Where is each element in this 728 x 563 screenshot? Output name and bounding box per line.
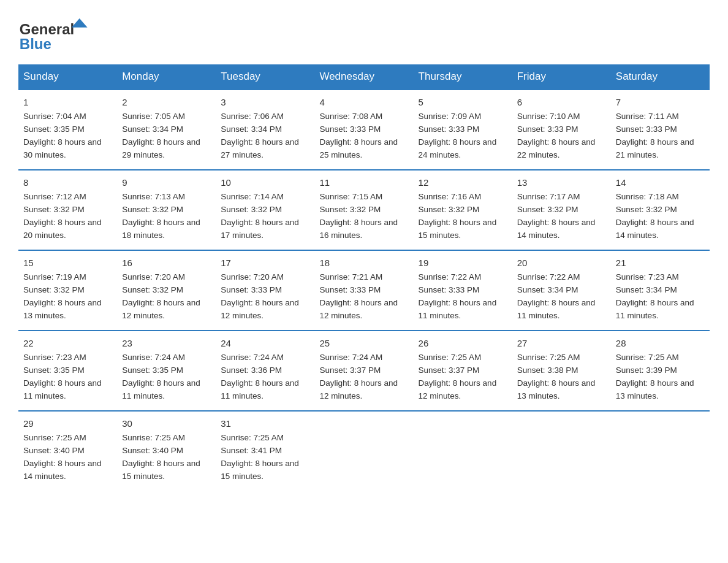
sunset-info: Sunset: 3:37 PM [319,366,381,375]
week-row-2: 8Sunrise: 7:12 AMSunset: 3:32 PMDaylight… [18,170,710,250]
header-thursday: Thursday [414,64,512,90]
sunset-info: Sunset: 3:34 PM [517,285,578,294]
daylight-info: Daylight: 8 hours and 13 minutes. [616,378,694,400]
sunset-info: Sunset: 3:32 PM [23,205,85,214]
daylight-info: Daylight: 8 hours and 12 minutes. [221,298,299,320]
daylight-info: Daylight: 8 hours and 14 minutes. [517,218,596,240]
sunset-info: Sunset: 3:33 PM [419,285,480,294]
sunrise-info: Sunrise: 7:15 AM [319,192,382,201]
daylight-info: Daylight: 8 hours and 24 minutes. [419,137,497,159]
sunset-info: Sunset: 3:35 PM [23,366,85,375]
sunset-info: Sunset: 3:39 PM [616,366,677,375]
sunset-info: Sunset: 3:35 PM [23,124,85,134]
sunset-info: Sunset: 3:41 PM [221,446,282,455]
daylight-info: Daylight: 8 hours and 13 minutes. [517,378,596,400]
daylight-info: Daylight: 8 hours and 21 minutes. [616,137,694,159]
day-number: 7 [616,95,705,109]
calendar-cell: 31Sunrise: 7:25 AMSunset: 3:41 PMDayligh… [216,411,314,491]
sunset-info: Sunset: 3:32 PM [419,205,480,214]
sunset-info: Sunset: 3:33 PM [221,285,282,294]
daylight-info: Daylight: 8 hours and 12 minutes. [419,378,497,400]
sunset-info: Sunset: 3:32 PM [122,285,183,294]
page-header: General Blue [18,12,710,52]
day-number: 14 [616,175,705,190]
sunset-info: Sunset: 3:33 PM [517,124,578,134]
sunrise-info: Sunrise: 7:17 AM [517,192,580,201]
daylight-info: Daylight: 8 hours and 11 minutes. [221,378,299,400]
day-number: 9 [122,175,211,190]
day-number: 1 [23,95,112,109]
calendar-header-row: SundayMondayTuesdayWednesdayThursdayFrid… [18,64,710,90]
calendar-cell [611,411,710,491]
daylight-info: Daylight: 8 hours and 12 minutes. [319,378,398,400]
daylight-info: Daylight: 8 hours and 16 minutes. [319,218,398,240]
day-number: 23 [122,336,211,350]
calendar-cell: 15Sunrise: 7:19 AMSunset: 3:32 PMDayligh… [18,250,117,331]
day-number: 26 [419,336,507,350]
sunrise-info: Sunrise: 7:10 AM [517,112,580,121]
day-number: 21 [616,256,705,270]
daylight-info: Daylight: 8 hours and 15 minutes. [221,459,299,481]
header-monday: Monday [117,64,216,90]
calendar-cell: 27Sunrise: 7:25 AMSunset: 3:38 PMDayligh… [512,331,611,411]
day-number: 19 [419,256,507,270]
sunset-info: Sunset: 3:32 PM [221,205,282,214]
daylight-info: Daylight: 8 hours and 17 minutes. [221,218,299,240]
day-number: 22 [23,336,112,350]
daylight-info: Daylight: 8 hours and 11 minutes. [517,298,596,320]
sunrise-info: Sunrise: 7:22 AM [517,272,580,282]
calendar-cell: 7Sunrise: 7:11 AMSunset: 3:33 PMDaylight… [611,90,710,170]
calendar-cell: 14Sunrise: 7:18 AMSunset: 3:32 PMDayligh… [611,170,710,250]
daylight-info: Daylight: 8 hours and 29 minutes. [122,137,200,159]
sunrise-info: Sunrise: 7:19 AM [23,272,86,282]
day-number: 31 [221,416,309,431]
sunset-info: Sunset: 3:40 PM [23,446,85,455]
calendar-cell: 17Sunrise: 7:20 AMSunset: 3:33 PMDayligh… [216,250,314,331]
sunset-info: Sunset: 3:32 PM [319,205,381,214]
daylight-info: Daylight: 8 hours and 11 minutes. [616,298,694,320]
daylight-info: Daylight: 8 hours and 12 minutes. [319,298,398,320]
svg-text:General: General [20,21,74,37]
sunrise-info: Sunrise: 7:13 AM [122,192,185,201]
day-number: 16 [122,256,211,270]
sunset-info: Sunset: 3:35 PM [122,366,183,375]
sunrise-info: Sunrise: 7:06 AM [221,112,284,121]
calendar-table: SundayMondayTuesdayWednesdayThursdayFrid… [18,64,710,491]
sunrise-info: Sunrise: 7:08 AM [319,112,382,121]
logo: General Blue [18,12,92,52]
day-number: 27 [517,336,606,350]
sunrise-info: Sunrise: 7:25 AM [23,433,86,442]
daylight-info: Daylight: 8 hours and 15 minutes. [122,459,200,481]
calendar-cell: 28Sunrise: 7:25 AMSunset: 3:39 PMDayligh… [611,331,710,411]
sunset-info: Sunset: 3:33 PM [616,124,677,134]
day-number: 13 [517,175,606,190]
daylight-info: Daylight: 8 hours and 18 minutes. [122,218,200,240]
sunrise-info: Sunrise: 7:24 AM [122,353,185,362]
calendar-cell [314,411,413,491]
sunrise-info: Sunrise: 7:24 AM [221,353,284,362]
sunrise-info: Sunrise: 7:20 AM [122,272,185,282]
calendar-cell: 5Sunrise: 7:09 AMSunset: 3:33 PMDaylight… [414,90,512,170]
day-number: 8 [23,175,112,190]
sunrise-info: Sunrise: 7:20 AM [221,272,284,282]
sunset-info: Sunset: 3:32 PM [517,205,578,214]
sunrise-info: Sunrise: 7:25 AM [419,353,482,362]
header-saturday: Saturday [611,64,710,90]
sunset-info: Sunset: 3:38 PM [517,366,578,375]
sunrise-info: Sunrise: 7:04 AM [23,112,86,121]
sunrise-info: Sunrise: 7:16 AM [419,192,482,201]
sunrise-info: Sunrise: 7:23 AM [616,272,679,282]
sunrise-info: Sunrise: 7:18 AM [616,192,679,201]
day-number: 28 [616,336,705,350]
calendar-cell: 20Sunrise: 7:22 AMSunset: 3:34 PMDayligh… [512,250,611,331]
calendar-cell: 22Sunrise: 7:23 AMSunset: 3:35 PMDayligh… [18,331,117,411]
sunset-info: Sunset: 3:40 PM [122,446,183,455]
sunset-info: Sunset: 3:33 PM [419,124,480,134]
daylight-info: Daylight: 8 hours and 22 minutes. [517,137,596,159]
day-number: 6 [517,95,606,109]
sunset-info: Sunset: 3:33 PM [319,124,381,134]
calendar-cell: 9Sunrise: 7:13 AMSunset: 3:32 PMDaylight… [117,170,216,250]
day-number: 3 [221,95,309,109]
day-number: 5 [419,95,507,109]
header-wednesday: Wednesday [314,64,413,90]
